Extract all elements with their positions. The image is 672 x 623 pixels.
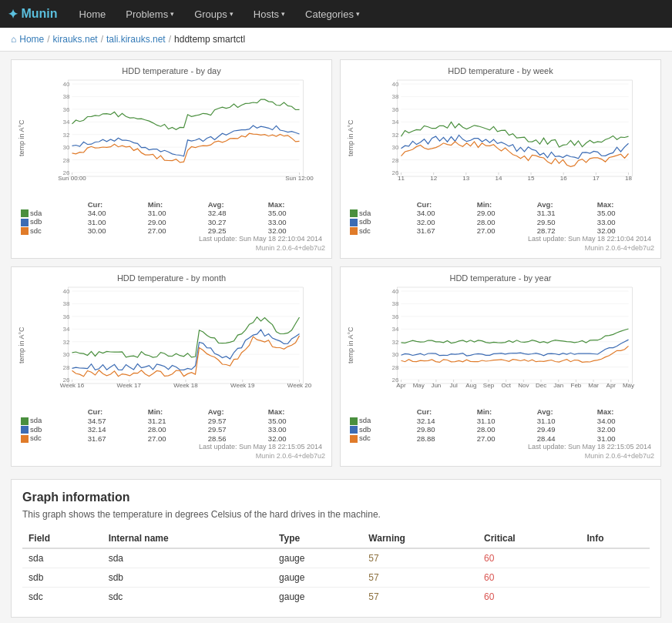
svg-text:Sun 00:00: Sun 00:00: [58, 175, 86, 182]
svg-text:38: 38: [392, 93, 399, 100]
legend-name: sda: [18, 416, 85, 424]
graph-title-by-year: HDD temperature - by year: [347, 273, 654, 283]
svg-text:28: 28: [392, 157, 399, 164]
col-type: Type: [273, 529, 362, 548]
legend-name: sda: [347, 209, 414, 217]
nav-categories[interactable]: Categories ▾: [299, 5, 366, 23]
svg-text:17: 17: [593, 175, 600, 182]
legend-name: sdb: [18, 425, 85, 434]
breadcrumb-current: hddtemp smartctl: [174, 34, 245, 45]
col-field: Field: [22, 529, 102, 548]
svg-text:30: 30: [392, 352, 399, 359]
breadcrumb-home[interactable]: Home: [19, 34, 44, 45]
svg-text:Jul: Jul: [449, 382, 457, 389]
legend-name: sda: [347, 416, 414, 424]
graph-card-by-month: HDD temperature - by monthtemp in A°C262…: [11, 266, 332, 466]
svg-text:Mar: Mar: [588, 382, 599, 389]
svg-text:30: 30: [63, 352, 70, 359]
brand-label: Munin: [21, 7, 57, 21]
breadcrumb-level2[interactable]: tali.kirauks.net: [106, 34, 166, 45]
svg-text:40: 40: [63, 288, 70, 295]
legend-name: sdc: [347, 434, 414, 442]
chevron-down-icon: ▾: [170, 10, 174, 18]
main-content: HDD temperature - by daytemp in A°C26283…: [0, 52, 672, 623]
svg-text:34: 34: [63, 327, 70, 333]
svg-text:Aug: Aug: [465, 382, 476, 389]
graph-title-by-day: HDD temperature - by day: [18, 66, 325, 75]
col-warning: Warning: [362, 529, 478, 548]
munin-version-by-day: Munin 2.0.6-4+deb7u2: [18, 244, 325, 252]
col-internal: Internal name: [102, 529, 273, 548]
nav-problems[interactable]: Problems ▾: [119, 5, 180, 23]
chevron-down-icon: ▾: [356, 10, 360, 18]
graph-svg-by-month: 2628303234363840Week 16Week 17Week 18Wee…: [30, 286, 325, 405]
graph-title-by-week: HDD temperature - by week: [347, 66, 654, 75]
svg-text:Feb: Feb: [571, 382, 582, 389]
svg-text:36: 36: [392, 106, 399, 113]
graph-legend-by-month: Cur:Min:Avg:Max:sda34.5731.2129.5735.00s…: [18, 407, 325, 450]
munin-version-by-month: Munin 2.0.6-4+deb7u2: [18, 452, 325, 460]
graph-legend-by-day: Cur:Min:Avg:Max:sda34.0031.0032.4835.00s…: [18, 200, 325, 243]
nav-hosts[interactable]: Hosts ▾: [247, 5, 291, 23]
legend-name: sdc: [18, 434, 85, 442]
ylabel-by-month: temp in A°C: [18, 286, 29, 405]
svg-text:38: 38: [63, 93, 70, 100]
svg-text:32: 32: [392, 339, 399, 346]
table-row: sdbsdbgauge5760: [22, 568, 650, 587]
svg-text:Sep: Sep: [483, 382, 495, 389]
svg-text:40: 40: [392, 81, 399, 88]
graph-info-description: This graph shows the temperature in degr…: [22, 509, 650, 520]
chevron-down-icon: ▾: [230, 10, 234, 18]
svg-text:16: 16: [560, 175, 567, 182]
graph-info-section: Graph information This graph shows the t…: [11, 479, 661, 618]
legend-name: sdb: [347, 217, 414, 226]
svg-text:34: 34: [63, 119, 70, 126]
graph-svg-by-year: 2628303234363840AprMayJunJulAugSepOctNov…: [359, 286, 654, 405]
svg-rect-81: [398, 287, 633, 384]
svg-text:32: 32: [63, 132, 70, 139]
svg-text:Sun 12:00: Sun 12:00: [285, 175, 314, 182]
svg-text:Nov: Nov: [518, 382, 529, 389]
graph-svg-by-week: 26283032343638401112131415161718: [359, 79, 654, 198]
svg-text:32: 32: [392, 132, 399, 139]
graph-title-by-month: HDD temperature - by month: [18, 273, 325, 283]
breadcrumb-level1[interactable]: kirauks.net: [53, 34, 98, 45]
ylabel-by-year: temp in A°C: [347, 286, 358, 405]
table-row: sdasdagauge5760: [22, 548, 650, 568]
breadcrumb: ⌂ Home / kirauks.net / tali.kirauks.net …: [0, 28, 672, 52]
home-icon: ⌂: [11, 34, 16, 45]
svg-text:28: 28: [392, 364, 399, 371]
graph-legend-by-year: Cur:Min:Avg:Max:sda32.1431.1031.1034.00s…: [347, 407, 654, 450]
svg-text:30: 30: [392, 144, 399, 151]
svg-text:34: 34: [392, 327, 399, 333]
svg-text:Week 16: Week 16: [60, 382, 85, 389]
legend-name: sdb: [18, 217, 85, 226]
svg-text:38: 38: [63, 301, 70, 308]
col-critical: Critical: [478, 529, 580, 548]
svg-text:18: 18: [625, 175, 632, 182]
nav-home[interactable]: Home: [73, 5, 113, 23]
svg-text:11: 11: [398, 175, 405, 182]
svg-text:40: 40: [63, 81, 70, 88]
munin-version-by-year: Munin 2.0.6-4+deb7u2: [347, 452, 654, 460]
svg-text:Jan: Jan: [553, 382, 563, 389]
svg-text:Dec: Dec: [536, 382, 546, 389]
legend-name: sdb: [347, 425, 414, 434]
graph-card-by-week: HDD temperature - by weektemp in A°C2628…: [340, 59, 661, 259]
svg-text:Apr: Apr: [396, 382, 406, 389]
svg-text:Week 17: Week 17: [117, 382, 142, 389]
svg-text:15: 15: [528, 175, 535, 182]
svg-text:14: 14: [495, 175, 502, 182]
svg-text:28: 28: [63, 364, 70, 371]
graph-card-by-day: HDD temperature - by daytemp in A°C26283…: [11, 59, 332, 259]
svg-text:30: 30: [63, 144, 70, 151]
nav-groups[interactable]: Groups ▾: [188, 5, 240, 23]
graph-legend-by-week: Cur:Min:Avg:Max:sda34.0029.0031.3135.00s…: [347, 200, 654, 243]
svg-text:Week 20: Week 20: [287, 382, 312, 389]
svg-text:36: 36: [392, 313, 399, 320]
svg-text:May: May: [413, 382, 425, 389]
graph-info-title: Graph information: [22, 491, 650, 504]
ylabel-by-week: temp in A°C: [347, 79, 358, 198]
ylabel-by-day: temp in A°C: [18, 79, 29, 198]
col-info: Info: [580, 529, 650, 548]
